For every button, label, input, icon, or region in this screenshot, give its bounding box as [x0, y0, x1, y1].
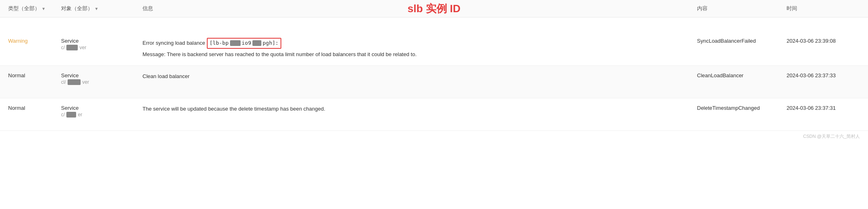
slb-id-box: [lb-bp io9 pgh]: — [207, 38, 282, 49]
object-name: Service — [61, 72, 136, 78]
type-cell: Warning — [8, 38, 61, 44]
type-warning-label: Warning — [8, 38, 28, 44]
header-info: 信息 — [142, 5, 697, 12]
redacted-id-2 — [252, 40, 261, 46]
object-name: Service — [61, 38, 136, 44]
type-normal-label: Normal — [8, 72, 25, 78]
content-cell-2: CleanLoadBalancer — [697, 72, 787, 78]
info-line-2: Message: There is backend server has rea… — [142, 50, 690, 59]
redacted-2 — [68, 79, 81, 85]
object-sub: c/ er — [61, 112, 136, 118]
info-cell-normal2: The service will be updated because the … — [142, 105, 697, 113]
type-dropdown-arrow: ▼ — [42, 7, 46, 11]
type-cell: Normal — [8, 105, 61, 111]
object-cell: Service c/ er — [61, 105, 142, 118]
content-cell-1: SyncLoadBalancerFailed — [697, 38, 787, 44]
header-content: 内容 — [697, 5, 787, 12]
type-normal-label-2: Normal — [8, 105, 25, 111]
table-row: Normal Service cl/ ver Clean load balanc… — [0, 66, 868, 98]
time-cell-2: 2024-03-06 23:37:33 — [787, 72, 860, 78]
footer: CSDN @天草二十六_简村人 — [0, 131, 868, 142]
object-sub: c/ ver — [61, 45, 136, 50]
table-row: Warning Service c/ ver Error syncing loa… — [0, 17, 868, 66]
info-cell-normal1: Clean load balancer — [142, 72, 697, 81]
header-type[interactable]: 类型（全部） ▼ — [8, 5, 61, 12]
object-cell: Service c/ ver — [61, 38, 142, 50]
time-cell-1: 2024-03-06 23:39:08 — [787, 38, 860, 44]
info-line-1: Error syncing load balance [lb-bp io9 pg… — [142, 38, 690, 49]
content-cell-3: DeleteTimestampChanged — [697, 105, 787, 111]
object-name: Service — [61, 105, 136, 111]
object-sub: cl/ ver — [61, 79, 136, 85]
object-cell: Service cl/ ver — [61, 72, 142, 85]
header-time: 时间 — [787, 5, 860, 12]
redacted-id-1 — [230, 40, 241, 46]
table-header: 类型（全部） ▼ 对象（全部） ▼ 信息 内容 时间 — [0, 0, 868, 17]
info-cell-warning: Error syncing load balance [lb-bp io9 pg… — [142, 38, 697, 59]
table-row: Normal Service c/ er The service will be… — [0, 98, 868, 131]
type-cell: Normal — [8, 72, 61, 78]
header-object[interactable]: 对象（全部） ▼ — [61, 5, 142, 12]
time-cell-3: 2024-03-06 23:37:31 — [787, 105, 860, 111]
object-dropdown-arrow: ▼ — [94, 7, 99, 11]
redacted-1 — [66, 45, 78, 50]
redacted-3 — [66, 112, 76, 118]
